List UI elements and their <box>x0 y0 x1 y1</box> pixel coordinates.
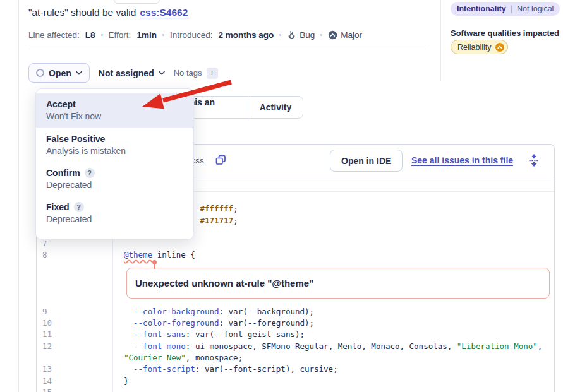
issue-status-row: Open Not assigned No tags + <box>28 63 218 83</box>
issue-underlined-token[interactable]: @theme <box>124 250 152 259</box>
line-number[interactable]: 11 <box>37 329 113 340</box>
reliability-label: Reliability <box>457 43 492 52</box>
issue-severity-label: Major <box>341 30 362 40</box>
code-text: --color-background: var(--background); <box>113 306 314 318</box>
code-line: 15 <box>37 387 554 392</box>
issue-type-label: Bug <box>300 30 315 40</box>
dot-separator <box>101 34 103 36</box>
code-text: } <box>113 376 129 387</box>
effort-label: Effort: <box>109 30 131 40</box>
code-line: 12 --font-mono: ui-monospace, SFMono-Reg… <box>37 341 554 352</box>
line-affected-value: L8 <box>85 30 95 40</box>
code-text: "Courier New", monospace; <box>113 352 243 364</box>
code-line: 10 --color-foreground: var(--foreground)… <box>37 318 554 329</box>
menu-item-title: Accept <box>46 99 183 109</box>
see-all-issues-link[interactable]: See all issues in this file <box>411 155 513 165</box>
code-text: --font-script: var(--font-script), cursi… <box>113 364 338 375</box>
dot-separator <box>162 34 164 36</box>
rule-key-link[interactable]: css:S4662 <box>140 7 188 18</box>
code-text: --font-sans: var(--font-geist-sans); <box>113 329 305 340</box>
menu-item-fixed[interactable]: Fixed?Deprecated <box>36 196 193 230</box>
copy-file-path-button[interactable] <box>215 154 227 166</box>
code-text <box>113 387 124 392</box>
severity-major-icon <box>328 30 337 40</box>
severity-high-icon <box>495 43 504 52</box>
line-number[interactable]: 14 <box>37 376 113 387</box>
bug-icon <box>287 30 296 40</box>
menu-item-description: Deprecated <box>46 180 183 190</box>
content-card-left-border <box>18 0 19 392</box>
code-text: --font-mono: ui-monospace, SFMono-Regula… <box>113 341 542 352</box>
chevron-down-icon <box>159 71 165 75</box>
code-line: 9 --color-background: var(--background); <box>37 306 554 318</box>
line-affected-label: Line affected: <box>28 30 80 40</box>
issue-title: "at-rules" should be valid <box>28 7 136 18</box>
issue-title-row: "at-rules" should be valid css:S4662 <box>28 7 188 18</box>
menu-item-title: Fixed? <box>46 202 183 212</box>
tags-label: No tags <box>174 68 202 78</box>
menu-item-false-positive[interactable]: False PositiveAnalysis is mistaken <box>36 128 193 162</box>
intentionality-label: Intentionality <box>457 4 506 13</box>
menu-item-description: Won't Fix now <box>46 111 183 121</box>
clipped-control-fragment <box>114 0 160 4</box>
menu-item-accept[interactable]: AcceptWon't Fix now <box>36 93 193 128</box>
issue-connector-line <box>154 263 155 269</box>
code-line: 13 --font-script: var(--font-script), cu… <box>37 364 554 375</box>
menu-item-title: Confirm? <box>46 168 183 178</box>
code-line: 11 --font-sans: var(--font-geist-sans); <box>37 329 554 340</box>
issue-type: Bug <box>287 30 315 40</box>
issue-severity: Major <box>328 30 362 40</box>
intentionality-badge: Intentionality | Not logical <box>451 2 560 16</box>
add-tag-button[interactable]: + <box>207 68 218 79</box>
menu-item-description: Deprecated <box>46 214 183 224</box>
sidebar-divider <box>440 0 441 81</box>
expand-file-icon[interactable] <box>528 154 540 167</box>
help-icon[interactable]: ? <box>74 202 84 212</box>
annotation-gutter <box>37 261 113 306</box>
introduced-value: 2 months ago <box>218 30 274 40</box>
status-dropdown[interactable]: Open <box>28 63 90 83</box>
code-line: 8@theme inline { <box>37 249 554 261</box>
line-number[interactable]: 15 <box>37 387 113 392</box>
open-in-ide-button[interactable]: Open in IDE <box>330 150 403 172</box>
tab-activity[interactable]: Activity <box>248 97 303 118</box>
software-qualities-heading: Software qualities impacted <box>451 28 559 38</box>
line-number[interactable] <box>37 352 113 364</box>
introduced-label: Introduced: <box>170 30 213 40</box>
issue-meta-row: Line affected: L8 Effort: 1min Introduce… <box>28 30 362 40</box>
assignee-label: Not assigned <box>99 68 154 78</box>
line-number[interactable]: 12 <box>37 341 113 352</box>
chevron-down-icon <box>76 71 82 75</box>
line-number[interactable]: 8 <box>37 249 113 261</box>
status-label: Open <box>49 68 71 78</box>
assignee-dropdown[interactable]: Not assigned <box>99 68 165 78</box>
menu-item-title: False Positive <box>46 134 183 144</box>
code-line: 14} <box>37 376 554 387</box>
issue-message-box[interactable]: Unexpected unknown at-rule "@theme" <box>126 268 550 299</box>
dot-separator <box>279 34 281 36</box>
line-number[interactable]: 13 <box>37 364 113 375</box>
intentionality-value: Not logical <box>517 4 554 13</box>
code-line: "Courier New", monospace; <box>37 352 554 364</box>
reliability-badge: Reliability <box>451 40 508 54</box>
line-number[interactable]: 9 <box>37 306 113 318</box>
line-number[interactable]: 10 <box>37 318 113 329</box>
menu-item-confirm[interactable]: Confirm?Deprecated <box>36 162 193 196</box>
effort-value: 1min <box>136 30 157 40</box>
code-text: --color-foreground: var(--foreground); <box>113 318 314 329</box>
issue-annotation-row: Unexpected unknown at-rule "@theme" <box>37 261 554 306</box>
open-status-icon <box>36 69 44 77</box>
help-icon[interactable]: ? <box>85 168 95 178</box>
menu-item-description: Analysis is mistaken <box>46 146 183 156</box>
badge-separator: | <box>511 4 512 13</box>
dot-separator <box>320 34 322 36</box>
status-change-menu: AcceptWon't Fix nowFalse PositiveAnalysi… <box>35 88 194 240</box>
annotation-body: Unexpected unknown at-rule "@theme" <box>113 261 555 306</box>
meta-divider <box>28 49 425 49</box>
